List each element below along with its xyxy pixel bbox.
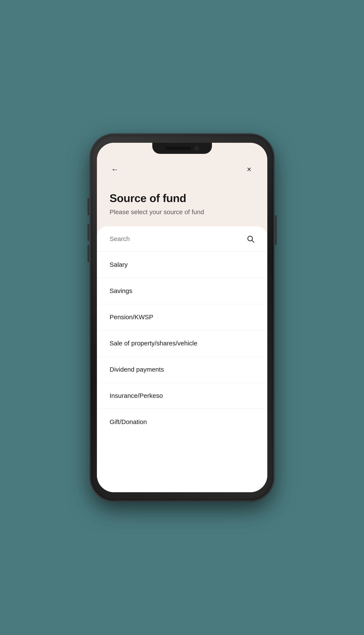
list-item[interactable]: Gift/Donation [97,409,267,435]
list-item[interactable]: Salary [97,252,267,278]
speaker [166,147,191,150]
page-subtitle: Please select your source of fund [110,208,254,216]
list-item-label: Salary [110,261,128,268]
list-item[interactable]: Pension/KWSP [97,304,267,330]
search-container [97,226,267,252]
phone-device: ← × Source of fund Please select your so… [90,134,274,501]
search-input[interactable] [110,235,242,243]
phone-notch [152,143,212,154]
list-item-label: Insurance/Perkeso [110,392,163,399]
list-item-label: Savings [110,287,132,294]
camera [194,146,199,151]
list-item-label: Gift/Donation [110,418,147,425]
list-item[interactable]: Sale of property/shares/vehicle [97,330,267,356]
list-item[interactable]: Savings [97,278,267,304]
svg-line-1 [252,240,254,242]
list-item[interactable]: Insurance/Perkeso [97,383,267,409]
list-container: SalarySavingsPension/KWSPSale of propert… [97,252,267,492]
list-item-label: Dividend payments [110,366,164,373]
list-item[interactable]: Dividend payments [97,356,267,383]
list-item-label: Sale of property/shares/vehicle [110,340,198,347]
search-icon[interactable] [246,235,254,243]
phone-screen: ← × Source of fund Please select your so… [97,143,267,492]
nav-bar: ← × [110,164,254,175]
content-area: SalarySavingsPension/KWSPSale of propert… [97,226,267,492]
page-title: Source of fund [110,192,254,205]
close-button[interactable]: × [244,164,254,175]
list-item-label: Pension/KWSP [110,313,153,321]
back-button[interactable]: ← [110,164,120,175]
header-area: ← × Source of fund Please select your so… [97,143,267,226]
